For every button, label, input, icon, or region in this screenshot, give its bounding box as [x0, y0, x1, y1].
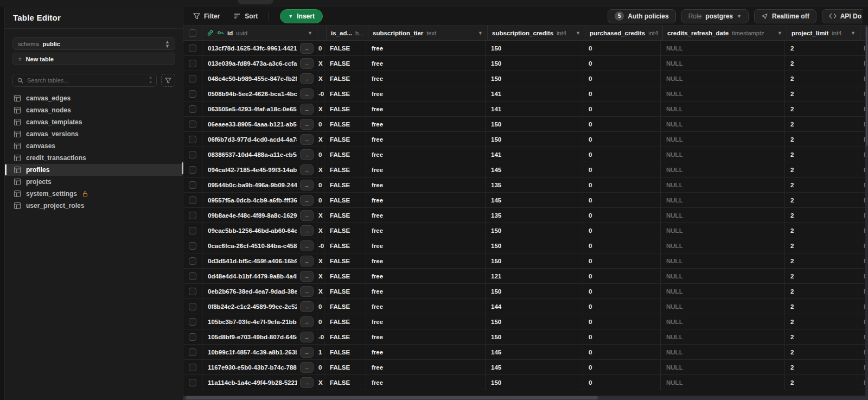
cell-sub_credits[interactable]: 141 [486, 147, 583, 162]
chevron-down-icon[interactable]: ▼ [478, 30, 483, 36]
vertical-scrollbar-thumb[interactable] [866, 27, 867, 146]
row-checkbox[interactable] [189, 120, 196, 128]
expand-row-button[interactable]: → [300, 164, 314, 175]
cell-sub_credits[interactable]: 150 [486, 56, 583, 71]
cell-refresh[interactable]: NULL [661, 162, 785, 177]
cell-purchased[interactable]: 0 [583, 86, 661, 101]
cell-sub_credits[interactable]: 150 [486, 132, 583, 147]
expand-row-button[interactable]: → [300, 347, 314, 358]
cell-id[interactable]: 013cf78d-1625-43fc-9961-442189...→ [202, 41, 317, 55]
expand-row-button[interactable]: → [300, 149, 314, 160]
cell-refresh[interactable]: NULL [661, 41, 785, 55]
expand-row-button[interactable]: → [300, 225, 314, 236]
expand-row-button[interactable]: → [300, 134, 314, 145]
cell-id[interactable]: 1167e930-e5b0-43b7-b74c-788c9...→ [202, 360, 317, 374]
cell-clip[interactable]: 0 [317, 177, 324, 192]
cell-clip[interactable]: 0 [317, 299, 324, 314]
cell-tier[interactable]: free [366, 360, 486, 374]
cell-purchased[interactable]: 0 [583, 41, 661, 55]
row-checkbox[interactable] [189, 257, 196, 265]
cell-refresh[interactable]: NULL [661, 314, 785, 329]
cell-clip[interactable]: -0 [317, 86, 324, 101]
sort-button[interactable]: Sort [234, 12, 258, 20]
cell-purchased[interactable]: 0 [583, 162, 661, 177]
cell-clip[interactable]: 0 [317, 193, 324, 207]
expand-row-button[interactable]: → [300, 73, 314, 84]
expand-row-button[interactable]: → [300, 195, 314, 206]
cell-is_admin[interactable]: FALSE [324, 223, 366, 238]
cell-tier[interactable]: free [366, 314, 486, 329]
cell-is_admin[interactable]: FALSE [324, 329, 366, 344]
cell-clip[interactable]: X [317, 71, 324, 86]
cell-limit[interactable]: 2 [785, 299, 858, 314]
cell-tier[interactable]: free [366, 208, 486, 223]
cell-id[interactable]: 11a114cb-1a4c-49f4-9b28-52219ec...→ [202, 375, 317, 390]
expand-row-button[interactable]: → [300, 286, 314, 297]
cell-clip[interactable]: -0 [317, 238, 324, 253]
cell-tier[interactable]: free [366, 132, 486, 147]
cell-clip[interactable]: X [317, 253, 324, 268]
insert-button[interactable]: ▼ Insert [280, 9, 323, 23]
cell-clip[interactable]: 0 [317, 117, 324, 131]
cell-clip[interactable]: X [317, 375, 324, 390]
cell-id[interactable]: 048c4e50-b989-455e-847e-fb2f...→ [202, 71, 317, 86]
column-header-project_limit[interactable]: project_limitint4▼ [787, 26, 860, 40]
cell-sub_credits[interactable]: 121 [486, 269, 583, 283]
expand-row-button[interactable]: → [300, 256, 314, 266]
cell-purchased[interactable]: 0 [583, 208, 661, 223]
cell-limit[interactable]: 2 [785, 41, 858, 55]
column-header-credits_refresh_date[interactable]: credits_refresh_datetimestamptz▼ [663, 26, 787, 40]
expand-row-button[interactable]: → [300, 180, 314, 191]
row-checkbox[interactable] [189, 333, 196, 341]
cell-refresh[interactable]: NULL [661, 238, 785, 253]
chevron-down-icon[interactable]: ▼ [576, 30, 580, 36]
cell-sub_credits[interactable]: 145 [486, 193, 583, 207]
sidebar-item-system_settings[interactable]: system_settings [5, 188, 183, 200]
expand-row-button[interactable]: → [300, 362, 314, 373]
cell-purchased[interactable]: 0 [583, 284, 661, 299]
cell-clip[interactable]: 1 [317, 345, 324, 359]
cell-sub_credits[interactable]: 141 [486, 101, 583, 116]
row-checkbox[interactable] [189, 45, 196, 52]
cell-tier[interactable]: free [366, 71, 486, 86]
sidebar-item-canvas_nodes[interactable]: canvas_nodes [5, 104, 183, 116]
row-checkbox[interactable] [189, 181, 196, 189]
chevron-down-icon[interactable]: ▼ [851, 30, 856, 36]
cell-tier[interactable]: free [366, 56, 486, 71]
expand-row-button[interactable]: → [300, 58, 314, 69]
cell-tier[interactable]: free [366, 41, 486, 55]
cell-refresh[interactable]: NULL [661, 193, 785, 207]
cell-sub_credits[interactable]: 150 [486, 284, 583, 299]
cell-clip[interactable]: X [317, 162, 324, 177]
cell-id[interactable]: 094caf42-7185-4e45-99f3-14abee...→ [202, 162, 317, 177]
cell-clip[interactable]: X [317, 101, 324, 116]
cell-sub_credits[interactable]: 150 [486, 71, 583, 86]
sidebar-item-canvas_templates[interactable]: canvas_templates [5, 116, 183, 128]
horizontal-scrollbar[interactable] [183, 396, 868, 400]
cell-refresh[interactable]: NULL [661, 299, 785, 314]
cell-limit[interactable]: 2 [785, 208, 858, 223]
cell-refresh[interactable]: NULL [661, 360, 785, 374]
cell-is_admin[interactable]: FALSE [324, 193, 366, 207]
cell-purchased[interactable]: 0 [583, 101, 661, 116]
cell-limit[interactable]: 2 [785, 238, 858, 253]
cell-is_admin[interactable]: FALSE [324, 71, 366, 86]
cell-is_admin[interactable]: FALSE [324, 360, 366, 374]
expand-row-button[interactable]: → [300, 377, 314, 388]
cell-purchased[interactable]: 0 [583, 360, 661, 374]
cell-sub_credits[interactable]: 150 [486, 41, 583, 55]
cell-limit[interactable]: 2 [785, 345, 858, 359]
cell-id[interactable]: 0d3d541d-bf5c-459f-a406-16b93...→ [202, 253, 317, 268]
cell-purchased[interactable]: 0 [583, 147, 661, 162]
cell-purchased[interactable]: 0 [583, 177, 661, 192]
row-checkbox[interactable] [189, 318, 196, 326]
cell-sub_credits[interactable]: 150 [486, 223, 583, 238]
new-table-button[interactable]: + New table [12, 53, 175, 65]
cell-sub_credits[interactable]: 150 [486, 375, 583, 390]
chevron-down-icon[interactable]: ▼ [777, 30, 782, 36]
expand-row-button[interactable]: → [300, 119, 314, 130]
row-checkbox[interactable] [189, 105, 196, 113]
cell-tier[interactable]: free [366, 177, 486, 192]
cell-clip[interactable]: 0 [317, 360, 324, 374]
cell-clip[interactable]: X [317, 208, 324, 223]
